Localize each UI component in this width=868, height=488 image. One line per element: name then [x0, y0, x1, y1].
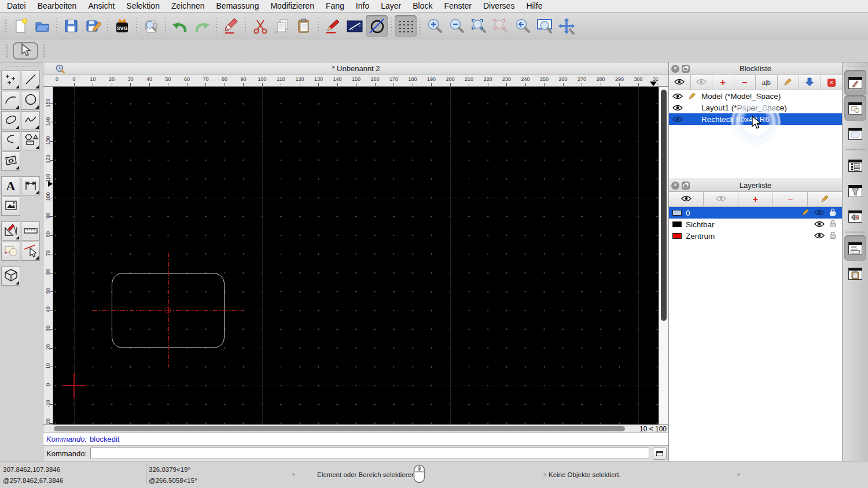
grid-toggle-button[interactable] — [395, 15, 417, 37]
selection-arrow-button[interactable] — [13, 42, 38, 60]
vertical-scrollbar-thumb[interactable] — [661, 90, 667, 321]
layer-row-0[interactable]: 0 — [669, 207, 842, 219]
block-list-window-button[interactable] — [844, 95, 866, 121]
measure-tool-button[interactable] — [21, 221, 40, 241]
toolbar-drag-handle[interactable] — [5, 43, 9, 59]
menu-item-modifizieren[interactable]: Modifizieren — [264, 0, 319, 12]
line-mode-button[interactable] — [344, 15, 366, 37]
viewport-window-button[interactable] — [844, 204, 866, 229]
lock-icon[interactable] — [829, 208, 836, 218]
save-button[interactable] — [60, 15, 82, 37]
zoom-previous-button[interactable] — [512, 15, 534, 37]
command-history-window-button[interactable] — [844, 235, 866, 261]
eye-icon[interactable] — [814, 232, 825, 241]
hatch-tool-button[interactable] — [1, 151, 20, 171]
copy-button[interactable]: + — [271, 15, 293, 37]
purge-block-button[interactable]: ✕ — [821, 75, 843, 90]
menu-item-zeichnen[interactable]: Zeichnen — [165, 0, 211, 12]
close-icon[interactable]: ✕ — [671, 182, 679, 190]
menu-item-layer[interactable]: Layer — [375, 0, 407, 12]
cut-button[interactable]: + — [249, 15, 271, 37]
horizontal-scrollbar[interactable]: 10 < 100 — [43, 424, 668, 432]
menu-item-datei[interactable]: Datei — [1, 0, 32, 12]
menu-item-info[interactable]: Info — [350, 0, 375, 12]
spline-tool-button[interactable] — [21, 111, 40, 130]
menu-item-ansicht[interactable]: Ansicht — [82, 0, 120, 12]
ellipse-tool-button[interactable] — [1, 111, 20, 130]
open-file-button[interactable] — [31, 15, 53, 37]
polyline-tool-button[interactable] — [1, 131, 20, 150]
menu-item-bearbeiten[interactable]: Bearbeiten — [32, 0, 83, 12]
edit-layer-button[interactable] — [808, 192, 842, 206]
eye-icon[interactable] — [814, 220, 825, 229]
text-tool-button[interactable]: A — [1, 176, 20, 195]
layer-row-zentrum[interactable]: Zentrum — [669, 230, 842, 242]
menu-item-hilfe[interactable]: Hilfe — [520, 0, 548, 12]
construction-mode-button[interactable] — [366, 15, 388, 37]
menu-item-block[interactable]: Block — [407, 0, 438, 12]
draw-pencil-button[interactable] — [322, 15, 344, 37]
rename-block-button[interactable]: a|b — [756, 75, 778, 90]
menu-item-selektion[interactable]: Selektion — [120, 0, 165, 12]
circle-tool-button[interactable] — [21, 91, 40, 110]
selection-filter-window-button[interactable] — [844, 178, 866, 204]
property-editor-window-button[interactable] — [844, 70, 866, 95]
document-titlebar[interactable]: * Unbenannt 2 — [43, 62, 668, 75]
lock-icon[interactable] — [829, 231, 836, 241]
close-icon[interactable]: ✕ — [671, 65, 679, 73]
drawing-canvas[interactable] — [53, 87, 659, 424]
toolbar-drag-handle[interactable] — [42, 43, 46, 59]
menu-item-fang[interactable]: Fang — [320, 0, 350, 12]
zoom-selection-button[interactable] — [490, 15, 512, 37]
delete-button[interactable] — [220, 15, 242, 37]
layer-row-sichtbar[interactable]: Sichtbar — [669, 219, 842, 230]
show-layer-button[interactable] — [669, 192, 704, 206]
edit-block-button[interactable] — [778, 75, 800, 90]
add-block-button[interactable]: + — [712, 75, 734, 90]
svg-export-button[interactable]: SVG — [111, 15, 133, 37]
menu-item-bemassung[interactable]: Bemassung — [211, 0, 265, 12]
points-tool-button[interactable] — [1, 71, 20, 90]
draft-tools-button[interactable] — [1, 221, 20, 241]
vertical-scrollbar[interactable] — [659, 87, 668, 424]
redo-button[interactable] — [191, 15, 213, 37]
show-block-button[interactable] — [669, 75, 691, 90]
command-history-toggle-button[interactable] — [653, 448, 667, 460]
line-tool-button[interactable] — [21, 71, 40, 90]
solid-tool-button[interactable] — [1, 267, 20, 286]
menu-item-diverses[interactable]: Diverses — [477, 0, 520, 12]
zoom-auto-button[interactable] — [468, 15, 490, 37]
print-preview-button[interactable] — [140, 15, 162, 37]
horizontal-scrollbar-thumb[interactable] — [54, 426, 625, 431]
select-contour-tool-button[interactable] — [21, 242, 40, 261]
command-input[interactable] — [90, 448, 649, 459]
float-panel-icon[interactable] — [682, 65, 690, 73]
pan-button[interactable] — [556, 15, 578, 37]
shape-tool-button[interactable] — [21, 131, 40, 150]
remove-block-button[interactable]: − — [734, 75, 756, 90]
new-file-button[interactable] — [9, 15, 31, 37]
arc-tool-button[interactable] — [1, 91, 20, 110]
add-layer-button[interactable]: + — [738, 192, 773, 206]
paste-button[interactable] — [293, 15, 315, 37]
zoom-out-button[interactable] — [446, 15, 468, 37]
zoom-in-button[interactable] — [424, 15, 446, 37]
float-panel-icon[interactable] — [682, 182, 690, 190]
lock-icon[interactable] — [829, 220, 836, 230]
image-tool-button[interactable] — [1, 197, 20, 216]
clipboard-window-button[interactable] — [844, 261, 866, 286]
toolbar-drag-handle[interactable] — [3, 18, 8, 34]
eye-icon[interactable] — [814, 209, 825, 217]
dock-drag-handle[interactable] — [847, 65, 863, 68]
info-tool-button[interactable] — [1, 242, 20, 261]
hide-block-button[interactable] — [691, 75, 713, 90]
zoom-window-button[interactable] — [534, 15, 556, 37]
save-as-button[interactable] — [82, 15, 104, 37]
dimension-tool-button[interactable] — [21, 176, 40, 195]
layer-list-window-button[interactable] — [844, 153, 866, 178]
palette-drag-handle[interactable] — [5, 65, 38, 68]
undo-button[interactable] — [169, 15, 191, 37]
library-browser-window-button[interactable] — [844, 121, 866, 146]
remove-layer-button[interactable]: − — [773, 192, 808, 206]
menu-item-fenster[interactable]: Fenster — [438, 0, 477, 12]
